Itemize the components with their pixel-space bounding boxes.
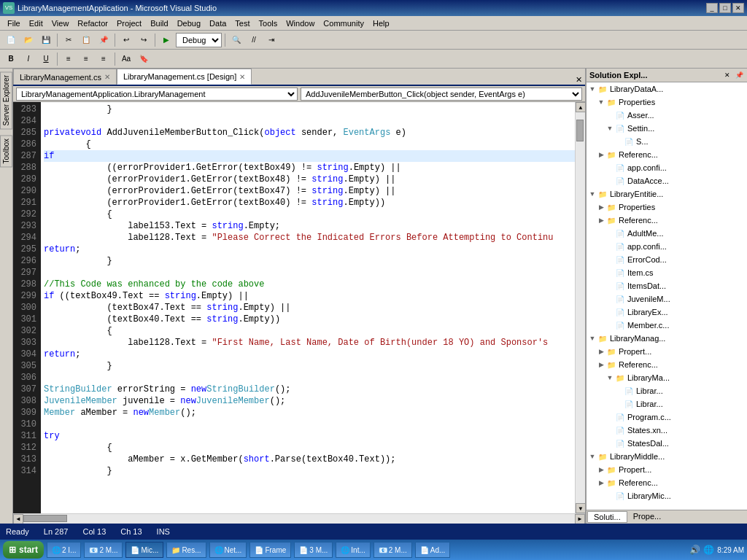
scroll-right-btn[interactable]: ▶ <box>575 514 585 524</box>
menu-edit[interactable]: Edit <box>25 18 47 29</box>
se-node-6[interactable]: 📄 app.confi... <box>587 161 747 174</box>
se-close-btn[interactable]: ✕ <box>722 70 732 80</box>
save-btn[interactable]: 💾 <box>38 33 54 47</box>
se-node-17[interactable]: 📄 LibraryEx... <box>587 306 747 319</box>
tab-close-2[interactable]: ✕ <box>239 73 245 81</box>
open-btn[interactable]: 📂 <box>20 33 36 47</box>
se-node-31[interactable]: 📄 LibraryMic... <box>587 489 747 502</box>
comment-btn[interactable]: // <box>246 33 262 47</box>
se-pin-btn[interactable]: 📌 <box>734 70 744 80</box>
start-button[interactable]: ⊞ start <box>3 541 44 559</box>
maximize-button[interactable]: □ <box>719 3 731 13</box>
se-node-26[interactable]: 📄 States.xn... <box>587 424 747 437</box>
indent-btn[interactable]: ⇥ <box>263 33 279 47</box>
menu-test[interactable]: Test <box>231 18 254 29</box>
taskbar-item-9[interactable]: 📄 Ad... <box>415 542 451 558</box>
taskbar-item-4[interactable]: 🌐 Net... <box>209 542 247 558</box>
tab-librarymanagement-cs[interactable]: LibraryManagement.cs ✕ <box>13 69 117 85</box>
se-node-0[interactable]: ▼ 📁 LibraryDataA... <box>587 82 747 96</box>
italic-btn[interactable]: I <box>20 52 36 66</box>
menu-project[interactable]: Project <box>112 18 146 29</box>
toolbox-tab[interactable]: Toolbox <box>0 135 12 167</box>
se-node-25[interactable]: 📄 Program.c... <box>587 411 747 424</box>
vertical-scrollbar[interactable]: ▲ ▼ <box>575 102 585 513</box>
debug-config-dropdown[interactable]: Debug <box>176 33 222 47</box>
se-node-30[interactable]: ▶ 📁 Referenc... <box>587 476 747 489</box>
se-node-9[interactable]: ▶ 📁 Properties <box>587 201 747 214</box>
paste-btn[interactable]: 📌 <box>96 33 112 47</box>
se-tab-properties[interactable]: Prope... <box>627 511 667 523</box>
undo-btn[interactable]: ↩ <box>118 33 134 47</box>
align-left-btn[interactable]: ≡ <box>61 52 77 66</box>
se-node-22[interactable]: ▼ 📁 LibraryMa... <box>587 371 747 384</box>
menu-community[interactable]: Community <box>319 18 368 29</box>
align-right-btn[interactable]: ≡ <box>96 52 112 66</box>
taskbar-item-3[interactable]: 📁 Res... <box>166 542 206 558</box>
scroll-thumb[interactable] <box>576 120 584 141</box>
se-node-21[interactable]: ▶ 📁 Referenc... <box>587 358 747 371</box>
se-node-24[interactable]: 📄 Librar... <box>587 397 747 411</box>
run-btn[interactable]: ▶ <box>158 33 174 47</box>
scroll-track[interactable] <box>576 112 585 503</box>
align-center-btn[interactable]: ≡ <box>78 52 94 66</box>
se-node-14[interactable]: 📄 Item.cs <box>587 266 747 279</box>
scroll-down-btn[interactable]: ▼ <box>576 503 585 513</box>
h-scroll-thumb[interactable] <box>23 515 67 522</box>
server-explorer-tab[interactable]: Server Explorer <box>0 71 12 129</box>
scroll-left-btn[interactable]: ◀ <box>13 514 23 524</box>
se-node-23[interactable]: 📄 Librar... <box>587 384 747 397</box>
taskbar-item-2[interactable]: 📄 Mic... <box>125 542 163 558</box>
se-node-20[interactable]: ▶ 📁 Propert... <box>587 345 747 358</box>
se-node-19[interactable]: ▼ 📁 LibraryManag... <box>587 332 747 345</box>
se-node-27[interactable]: 📄 StatesDal... <box>587 437 747 450</box>
bookmark-btn[interactable]: 🔖 <box>136 52 152 66</box>
taskbar-item-1[interactable]: 📧 2 M... <box>84 542 123 558</box>
code-editor[interactable]: } private void AddJuvenileMemberButton_C… <box>41 102 575 513</box>
menu-build[interactable]: Build <box>146 18 172 29</box>
method-dropdown[interactable]: AddJuvenileMemberButton_Click(object sen… <box>301 88 582 101</box>
new-project-btn[interactable]: 📄 <box>3 33 19 47</box>
h-scroll-track[interactable] <box>23 514 575 524</box>
copy-btn[interactable]: 📋 <box>78 33 94 47</box>
class-dropdown[interactable]: LibraryManagementApplication.LibraryMana… <box>16 88 298 101</box>
minimize-button[interactable]: _ <box>706 3 718 13</box>
menu-window[interactable]: Window <box>282 18 319 29</box>
taskbar-item-6[interactable]: 📄 3 M... <box>294 542 333 558</box>
menu-refactor[interactable]: Refactor <box>73 18 112 29</box>
tab-librarymanagement-design[interactable]: LibraryManagement.cs [Design] ✕ <box>117 69 252 85</box>
se-node-29[interactable]: ▶ 📁 Propert... <box>587 463 747 476</box>
tab-close-1[interactable]: ✕ <box>104 73 110 81</box>
taskbar-item-8[interactable]: 📧 2 M... <box>374 542 412 558</box>
format-btn[interactable]: Aa <box>118 52 134 66</box>
taskbar-item-5[interactable]: 📄 Frame <box>249 542 291 558</box>
se-node-5[interactable]: ▶ 📁 Referenc... <box>587 148 747 161</box>
se-node-13[interactable]: 📄 ErrorCod... <box>587 253 747 266</box>
se-node-15[interactable]: 📄 ItemsDat... <box>587 279 747 292</box>
bold-btn[interactable]: B <box>3 52 19 66</box>
se-node-2[interactable]: 📄 Asser... <box>587 109 747 122</box>
find-btn[interactable]: 🔍 <box>228 33 244 47</box>
scroll-up-btn[interactable]: ▲ <box>576 102 585 112</box>
menu-data[interactable]: Data <box>205 18 231 29</box>
menu-help[interactable]: Help <box>368 18 394 29</box>
close-button[interactable]: ✕ <box>732 3 744 13</box>
menu-tools[interactable]: Tools <box>255 18 282 29</box>
taskbar-item-7[interactable]: 🌐 Int... <box>336 542 370 558</box>
taskbar-item-0[interactable]: 🌐 2 I... <box>47 542 81 558</box>
redo-btn[interactable]: ↪ <box>136 33 152 47</box>
cut-btn[interactable]: ✂ <box>61 33 77 47</box>
se-tab-solution[interactable]: Soluti... <box>587 511 627 523</box>
se-node-4[interactable]: 📄 S... <box>587 135 747 148</box>
menu-file[interactable]: File <box>3 18 25 29</box>
menu-debug[interactable]: Debug <box>173 18 205 29</box>
close-editor-btn[interactable]: ✕ <box>576 75 585 85</box>
horizontal-scrollbar[interactable]: ◀ ▶ <box>13 513 585 524</box>
se-node-1[interactable]: ▼ 📁 Properties <box>587 96 747 109</box>
se-node-11[interactable]: 📄 AdultMe... <box>587 227 747 240</box>
se-node-8[interactable]: ▼ 📁 LibraryEntitie... <box>587 187 747 201</box>
se-node-12[interactable]: 📄 app.confi... <box>587 240 747 253</box>
se-node-28[interactable]: ▼ 📁 LibraryMiddle... <box>587 450 747 463</box>
menu-view[interactable]: View <box>47 18 74 29</box>
se-node-10[interactable]: ▶ 📁 Referenc... <box>587 214 747 227</box>
se-node-16[interactable]: 📄 JuvenileM... <box>587 292 747 306</box>
